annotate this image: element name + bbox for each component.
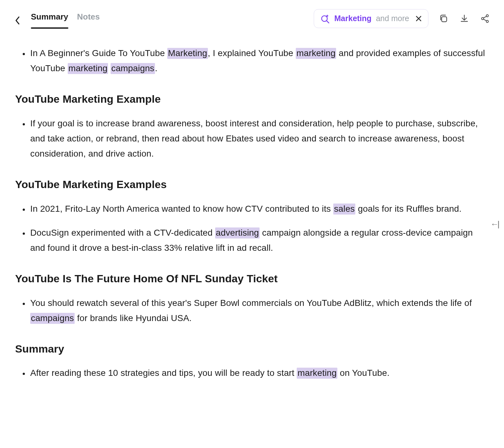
section-heading: Summary <box>15 340 489 358</box>
svg-point-4 <box>486 14 489 17</box>
close-icon <box>415 15 422 22</box>
list-item: In 2021, Frito-Lay North America wanted … <box>29 201 489 216</box>
highlight: marketing <box>68 63 108 74</box>
highlight: campaigns <box>111 63 155 74</box>
highlight: marketing <box>296 48 336 59</box>
tab-summary[interactable]: Summary <box>31 12 68 29</box>
top-bar: SummaryNotes Marketing and more <box>0 0 504 29</box>
collapse-sidebar-handle[interactable]: ←| <box>490 219 498 229</box>
list-item: DocuSign experimented with a CTV-dedicat… <box>29 225 489 256</box>
section-heading: YouTube Marketing Example <box>15 90 489 108</box>
bullet-list: In 2021, Frito-Lay North America wanted … <box>15 201 489 256</box>
svg-point-3 <box>482 17 484 20</box>
share-button[interactable] <box>479 13 491 24</box>
highlight: advertising <box>215 227 260 238</box>
search-term: Marketing <box>334 14 371 22</box>
svg-rect-2 <box>442 17 447 22</box>
bullet-list: You should rewatch several of this year'… <box>15 296 489 326</box>
search-suffix: and more <box>376 14 409 22</box>
list-item: If your goal is to increase brand awaren… <box>29 116 489 161</box>
back-button[interactable] <box>13 16 22 25</box>
share-icon <box>480 14 490 23</box>
chevron-left-icon <box>15 16 20 25</box>
bullet-list: In A Beginner's Guide To YouTube Marketi… <box>15 46 489 76</box>
bullet-list: If your goal is to increase brand awaren… <box>15 116 489 161</box>
header-actions: Marketing and more <box>314 9 491 28</box>
list-item: In A Beginner's Guide To YouTube Marketi… <box>29 46 489 76</box>
search-sparkle-icon <box>320 14 330 23</box>
svg-point-5 <box>486 20 489 22</box>
document-body: In A Beginner's Guide To YouTube Marketi… <box>0 29 504 402</box>
highlight: Marketing <box>167 48 208 59</box>
download-icon <box>460 14 469 23</box>
bullet-list: After reading these 10 strategies and ti… <box>15 365 489 381</box>
download-button[interactable] <box>459 13 470 24</box>
highlight: sales <box>333 204 355 215</box>
list-item: You should rewatch several of this year'… <box>29 296 489 326</box>
svg-line-1 <box>327 21 329 23</box>
search-clear-button[interactable] <box>415 15 422 22</box>
copy-button[interactable] <box>438 13 449 24</box>
list-item: After reading these 10 strategies and ti… <box>29 365 489 381</box>
copy-icon <box>439 14 448 23</box>
search-filter-pill[interactable]: Marketing and more <box>314 9 428 28</box>
highlight: campaigns <box>30 313 75 324</box>
tabs-container: SummaryNotes <box>13 12 100 29</box>
section-heading: YouTube Is The Future Home Of NFL Sunday… <box>15 269 489 288</box>
tab-notes[interactable]: Notes <box>77 12 100 29</box>
highlight: marketing <box>297 368 337 379</box>
section-heading: YouTube Marketing Examples <box>15 175 489 193</box>
